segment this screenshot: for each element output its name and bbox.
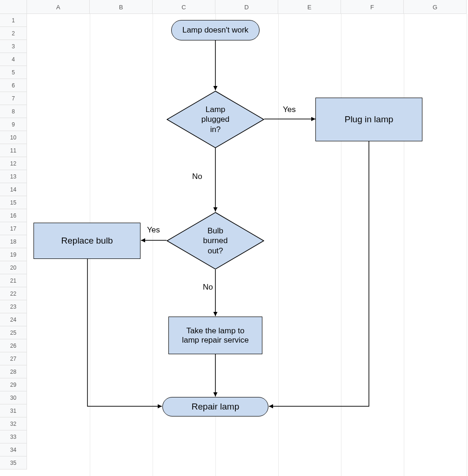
node-replace-bulb[interactable]: Replace bulb	[33, 223, 140, 259]
select-all-corner[interactable]	[0, 0, 27, 14]
row-header-30[interactable]: 30	[0, 391, 27, 404]
col-header-c[interactable]: C	[153, 0, 215, 14]
row-header-29[interactable]: 29	[0, 378, 27, 391]
row-header-28[interactable]: 28	[0, 365, 27, 378]
row-header-32[interactable]: 32	[0, 417, 27, 430]
edge-label-d1-yes: Yes	[283, 105, 296, 114]
row-header-8[interactable]: 8	[0, 105, 27, 118]
row-header-9[interactable]: 9	[0, 118, 27, 131]
row-header-17[interactable]: 17	[0, 222, 27, 235]
row-header-22[interactable]: 22	[0, 287, 27, 300]
row-header-18[interactable]: 18	[0, 235, 27, 248]
row-header-25[interactable]: 25	[0, 326, 27, 339]
node-decision-bulb-burned[interactable]: Bulb burned out?	[167, 212, 264, 270]
node-end-label: Repair lamp	[192, 402, 239, 412]
row-header-13[interactable]: 13	[0, 170, 27, 183]
row-header-34[interactable]: 34	[0, 443, 27, 456]
node-decision-plugged-in[interactable]: Lamp plugged in?	[167, 91, 264, 148]
row-header-33[interactable]: 33	[0, 430, 27, 443]
node-take-to-repair-label: Take the lamp to lamp repair service	[182, 326, 249, 345]
row-header-10[interactable]: 10	[0, 131, 27, 144]
col-header-e[interactable]: E	[278, 0, 341, 14]
col-header-g[interactable]: G	[404, 0, 467, 14]
row-header-23[interactable]: 23	[0, 300, 27, 313]
row-header-11[interactable]: 11	[0, 144, 27, 157]
row-header-5[interactable]: 5	[0, 66, 27, 79]
column-headers: A B C D E F G	[27, 0, 467, 14]
row-headers: 1234567891011121314151617181920212223242…	[0, 14, 27, 469]
col-header-f[interactable]: F	[341, 0, 404, 14]
node-start[interactable]: Lamp doesn't work	[171, 20, 260, 40]
node-replace-bulb-label: Replace bulb	[61, 236, 113, 246]
row-header-19[interactable]: 19	[0, 248, 27, 261]
row-header-15[interactable]: 15	[0, 196, 27, 209]
row-header-20[interactable]: 20	[0, 261, 27, 274]
node-decision-plugged-in-label: Lamp plugged in?	[167, 91, 264, 148]
col-header-d[interactable]: D	[215, 0, 278, 14]
row-header-4[interactable]: 4	[0, 53, 27, 66]
edge-label-d2-no: No	[203, 283, 213, 292]
row-header-6[interactable]: 6	[0, 79, 27, 92]
row-header-31[interactable]: 31	[0, 404, 27, 417]
row-header-24[interactable]: 24	[0, 313, 27, 326]
node-end[interactable]: Repair lamp	[162, 397, 268, 416]
node-start-label: Lamp doesn't work	[182, 26, 248, 35]
node-plug-in-lamp[interactable]: Plug in lamp	[315, 98, 422, 141]
row-header-14[interactable]: 14	[0, 183, 27, 196]
edge-label-d2-yes: Yes	[147, 225, 160, 235]
row-header-3[interactable]: 3	[0, 40, 27, 53]
row-header-12[interactable]: 12	[0, 157, 27, 170]
col-header-b[interactable]: B	[90, 0, 153, 14]
row-header-27[interactable]: 27	[0, 352, 27, 365]
row-header-16[interactable]: 16	[0, 209, 27, 222]
row-header-1[interactable]: 1	[0, 14, 27, 27]
flowchart[interactable]: Lamp doesn't work Lamp plugged in? Yes N…	[27, 14, 468, 476]
node-take-to-repair[interactable]: Take the lamp to lamp repair service	[168, 317, 262, 354]
node-decision-bulb-burned-label: Bulb burned out?	[167, 212, 264, 270]
node-plug-in-lamp-label: Plug in lamp	[345, 114, 394, 125]
row-header-26[interactable]: 26	[0, 339, 27, 352]
edge-label-d1-no: No	[192, 172, 202, 181]
row-header-2[interactable]: 2	[0, 27, 27, 40]
col-header-a[interactable]: A	[27, 0, 90, 14]
row-header-21[interactable]: 21	[0, 274, 27, 287]
row-header-35[interactable]: 35	[0, 456, 27, 469]
row-header-7[interactable]: 7	[0, 92, 27, 105]
